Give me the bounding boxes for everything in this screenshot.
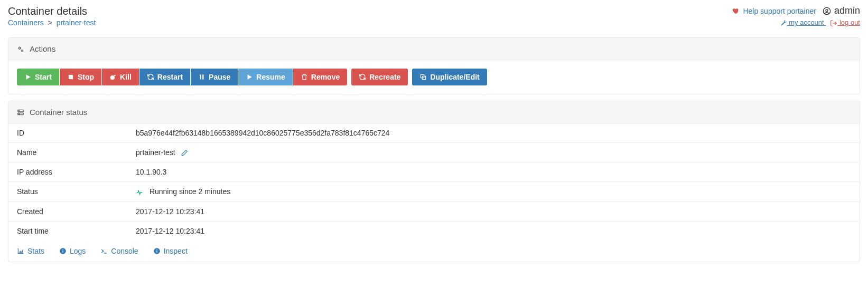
- svg-rect-19: [156, 249, 157, 249]
- inspect-label: Inspect: [164, 247, 188, 255]
- start-label: Start: [35, 73, 52, 81]
- created-value: 2017-12-12 10:23:41: [127, 201, 860, 221]
- duplicate-edit-button[interactable]: Duplicate/Edit: [412, 69, 487, 85]
- svg-point-1: [826, 9, 828, 11]
- table-row: IP address 10.1.90.3: [8, 162, 860, 182]
- breadcrumb: Containers > prtainer-test: [8, 18, 96, 27]
- stats-label: Stats: [27, 247, 44, 255]
- svg-rect-16: [62, 249, 63, 249]
- pause-label: Pause: [209, 73, 230, 81]
- breadcrumb-root[interactable]: Containers: [8, 18, 44, 27]
- ip-value: 10.1.90.3: [127, 162, 860, 182]
- my-account-link[interactable]: my account: [780, 18, 826, 26]
- created-label: Created: [8, 201, 127, 221]
- console-label: Console: [111, 247, 138, 255]
- id-value: b5a976e44f2fb63148b1665389942d10c8602577…: [127, 123, 860, 143]
- console-link[interactable]: Console: [100, 247, 138, 255]
- user-info: admin: [823, 5, 860, 16]
- server-icon: [17, 109, 24, 116]
- status-panel: Container status ID b5a976e44f2fb63148b1…: [8, 101, 860, 262]
- status-panel-heading: Container status: [8, 101, 860, 123]
- table-row: Start time 2017-12-12 10:23:41: [8, 221, 860, 241]
- ip-label: IP address: [8, 162, 127, 182]
- recreate-label: Recreate: [369, 73, 400, 81]
- terminal-icon: [100, 247, 108, 255]
- svg-rect-15: [62, 250, 63, 252]
- resume-label: Resume: [256, 73, 285, 81]
- wrench-icon: [780, 20, 787, 27]
- info-icon: [59, 247, 67, 255]
- table-row: ID b5a976e44f2fb63148b1665389942d10c8602…: [8, 123, 860, 143]
- svg-point-12: [19, 110, 20, 111]
- recreate-button[interactable]: Recreate: [351, 69, 408, 85]
- table-row: Status Running since 2 minutes: [8, 182, 860, 201]
- inspect-link[interactable]: Inspect: [153, 247, 188, 255]
- table-row: Created 2017-12-12 10:23:41: [8, 201, 860, 221]
- remove-label: Remove: [311, 73, 340, 81]
- cogs-icon: [17, 45, 24, 53]
- svg-rect-4: [69, 75, 73, 79]
- status-value: Running since 2 minutes: [150, 187, 230, 196]
- svg-rect-18: [156, 250, 157, 252]
- stop-button[interactable]: Stop: [60, 69, 101, 85]
- name-label: Name: [8, 143, 127, 162]
- svg-rect-6: [200, 74, 201, 79]
- resume-button[interactable]: Resume: [238, 69, 292, 85]
- copy-icon: [419, 73, 427, 81]
- page-header: Container details Containers > prtainer-…: [8, 0, 860, 31]
- remove-button[interactable]: Remove: [293, 69, 347, 85]
- heartbeat-icon: [136, 187, 145, 196]
- actions-panel-heading: Actions: [8, 38, 860, 60]
- name-value: prtainer-test: [136, 148, 175, 157]
- restart-label: Restart: [157, 73, 183, 81]
- svg-point-3: [21, 50, 23, 51]
- help-support-link[interactable]: Help support portainer: [732, 7, 816, 15]
- duplicate-label: Duplicate/Edit: [430, 73, 479, 81]
- pause-button[interactable]: Pause: [191, 69, 238, 85]
- edit-name-link[interactable]: [181, 148, 188, 157]
- page-title: Container details: [8, 5, 96, 17]
- play-icon: [24, 73, 32, 81]
- logs-link[interactable]: Logs: [59, 247, 86, 255]
- status-title: Container status: [30, 108, 87, 117]
- id-label: ID: [8, 123, 127, 143]
- log-out-label: log out: [839, 18, 860, 26]
- breadcrumb-current[interactable]: prtainer-test: [57, 18, 96, 27]
- stats-link[interactable]: Stats: [17, 247, 44, 255]
- trash-icon: [301, 73, 308, 81]
- table-row: Name prtainer-test: [8, 143, 860, 162]
- start-time-label: Start time: [8, 221, 127, 241]
- start-button[interactable]: Start: [17, 69, 59, 85]
- footer-links: Stats Logs Console Inspect: [8, 241, 860, 262]
- log-out-link[interactable]: log out: [830, 18, 860, 26]
- play-icon: [246, 73, 253, 81]
- user-icon: [823, 7, 831, 15]
- actions-button-group: Start Stop Kill Restart Pause: [17, 69, 851, 85]
- svg-rect-7: [202, 74, 203, 79]
- restart-button[interactable]: Restart: [139, 69, 190, 85]
- breadcrumb-sep: >: [48, 18, 52, 27]
- pencil-icon: [181, 149, 188, 157]
- pause-icon: [198, 73, 206, 81]
- area-chart-icon: [17, 247, 24, 255]
- username: admin: [834, 5, 860, 16]
- kill-label: Kill: [120, 73, 132, 81]
- start-time-value: 2017-12-12 10:23:41: [127, 221, 860, 241]
- status-table: ID b5a976e44f2fb63148b1665389942d10c8602…: [8, 123, 860, 241]
- svg-point-5: [110, 75, 115, 80]
- stop-label: Stop: [78, 73, 94, 81]
- refresh-icon: [359, 73, 366, 81]
- bomb-icon: [109, 73, 117, 81]
- svg-point-13: [19, 113, 20, 114]
- logs-label: Logs: [70, 247, 86, 255]
- kill-button[interactable]: Kill: [102, 69, 139, 85]
- help-support-label: Help support portainer: [743, 7, 816, 15]
- actions-panel: Actions Start Stop Kill Restart: [8, 37, 860, 94]
- sign-out-icon: [830, 20, 837, 27]
- stop-icon: [67, 73, 74, 81]
- status-label: Status: [8, 182, 127, 201]
- actions-title: Actions: [30, 44, 55, 53]
- refresh-icon: [147, 73, 154, 81]
- info-icon: [153, 247, 161, 255]
- heart-icon: [732, 7, 740, 15]
